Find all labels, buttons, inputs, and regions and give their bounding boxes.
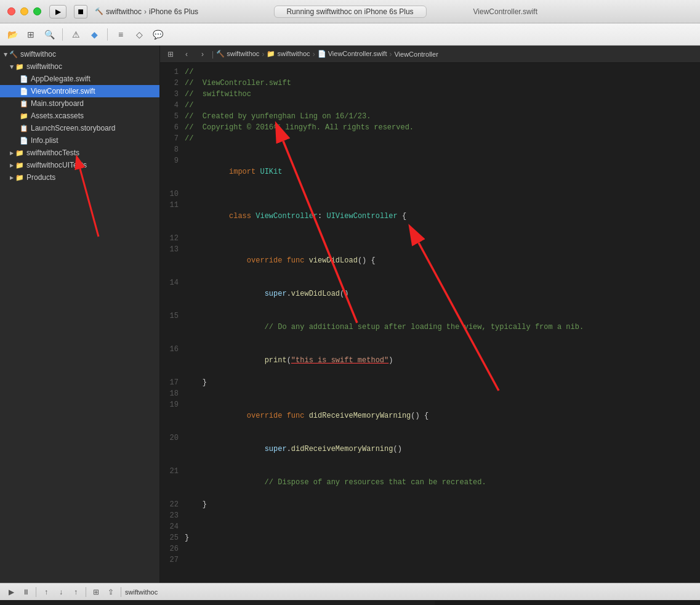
bc-item-3[interactable]: 📄 ViewController.swift: [318, 50, 387, 58]
triangle-icon: ▶: [3, 52, 9, 56]
nav-back-icon[interactable]: ‹: [180, 47, 193, 61]
sidebar-root[interactable]: ▶ 🔨 swiftwithoc: [0, 48, 159, 60]
sidebar-group1[interactable]: ▶ 📁 swiftwithoc: [0, 60, 159, 73]
output-panel: this is swift method: [0, 600, 700, 605]
sidebar-file-infoplist[interactable]: 📄 Info.plist: [0, 134, 159, 147]
sidebar-file-viewcontroller-label: ViewController.swift: [31, 87, 95, 95]
sidebar-file-assets-label: Assets.xcassets: [31, 112, 84, 120]
sidebar-products-label: Products: [26, 173, 55, 182]
search-icon[interactable]: 🔍: [42, 27, 57, 42]
group3-icon: 📁: [15, 161, 24, 169]
sidebar-file-mainstoryboard-label: Main.storyboard: [31, 99, 84, 108]
code-line-27: 27: [160, 554, 700, 566]
sidebar-group1-label: swiftwithoc: [26, 62, 62, 71]
warning-icon[interactable]: ⚠: [68, 27, 83, 42]
sidebar-file-infoplist-label: Info.plist: [31, 136, 58, 145]
toolbar-separator-1: [62, 28, 63, 41]
code-line-3: 3 // swiftwithoc: [160, 89, 700, 100]
bc-sep3: ›: [389, 50, 392, 59]
sidebar-file-appdelegate-label: AppDelegate.swift: [31, 75, 91, 83]
code-line-26: 26: [160, 543, 700, 554]
run-button[interactable]: ▶: [49, 5, 66, 18]
main-layout: ▶ 🔨 swiftwithoc ▶ 📁 swiftwithoc 📄 AppDel…: [0, 46, 700, 583]
group3-triangle: ▶: [10, 163, 14, 168]
window-title: ViewController.swift: [473, 7, 537, 16]
step-out-icon[interactable]: ↑: [70, 586, 82, 598]
top-nav-bar: ⊞ ‹ › | 🔨 swiftwithoc › 📁 swiftwithoc › …: [160, 46, 700, 63]
code-line-10: 10: [160, 189, 700, 200]
bt-sep2: [86, 587, 86, 597]
group2-icon: 📁: [15, 149, 24, 157]
code-line-23: 23: [160, 510, 700, 521]
code-line-1: 1 //: [160, 67, 700, 78]
close-button[interactable]: [7, 7, 15, 15]
sidebar-file-mainstoryboard[interactable]: 📋 Main.storyboard: [0, 97, 159, 110]
app-name: swiftwithoc: [106, 7, 142, 16]
code-line-8: 8: [160, 144, 700, 155]
pause-icon[interactable]: ⏸: [20, 586, 32, 598]
code-line-25: 25 }: [160, 532, 700, 543]
minimize-button[interactable]: [20, 7, 28, 15]
sidebar-file-launchscreen-label: LaunchScreen.storyboard: [31, 124, 115, 132]
code-line-15: 15 // Do any additional setup after load…: [160, 311, 700, 344]
folder-icon[interactable]: 📂: [5, 27, 20, 42]
code-line-21: 21 // Dispose of any resources that can …: [160, 466, 700, 499]
code-line-7: 7 //: [160, 133, 700, 144]
products-triangle: ▶: [10, 175, 14, 181]
bt-sep3: [121, 587, 121, 597]
group2-triangle: ▶: [10, 150, 14, 156]
code-line-6: 6 // Copyright © 2016年 lingyfh. All righ…: [160, 122, 700, 133]
diamond-icon[interactable]: ◇: [132, 27, 147, 42]
separator: ›: [144, 7, 147, 16]
nav-sep1: |: [212, 50, 214, 59]
grid-icon[interactable]: ⊞: [23, 27, 38, 42]
console-output: this is swift method: [435, 601, 700, 605]
list-icon[interactable]: ≡: [113, 27, 128, 42]
selected-file-icon: 📄: [20, 87, 28, 95]
swift-file-icon: 📄: [20, 75, 28, 83]
sidebar-file-assets[interactable]: 📁 Assets.xcassets: [0, 110, 159, 122]
stop-button[interactable]: ■: [74, 5, 87, 18]
sidebar-group2[interactable]: ▶ 📁 swiftwithocTests: [0, 147, 159, 159]
code-line-20: 20 super.didReceiveMemoryWarning(): [160, 432, 700, 466]
bt-sep1: [36, 587, 36, 597]
sidebar-file-viewcontroller[interactable]: 📄 ViewController.swift: [0, 85, 159, 97]
status-area: Running swiftwithoc on iPhone 6s Plus: [273, 6, 426, 18]
code-line-22: 22 }: [160, 499, 700, 510]
assets-icon: 📁: [20, 112, 28, 120]
share-icon[interactable]: ⇪: [105, 586, 117, 598]
toggle-panel-icon[interactable]: ⊞: [90, 586, 102, 598]
nav-forward-icon[interactable]: ›: [196, 47, 209, 61]
title-bar: ▶ ■ 🔨 swiftwithoc › iPhone 6s Plus Runni…: [0, 0, 700, 23]
bc-sep2: ›: [313, 50, 315, 59]
bc-item-2[interactable]: 📁 swiftwithoc: [267, 50, 310, 58]
code-line-16: 16 print("this is swift method"): [160, 344, 700, 377]
sidebar-products[interactable]: ▶ 📁 Products: [0, 171, 159, 184]
comment-icon[interactable]: 💬: [150, 27, 165, 42]
step-into-icon[interactable]: ↓: [55, 586, 67, 598]
code-line-24: 24: [160, 521, 700, 532]
grid-view-icon[interactable]: ⊞: [164, 47, 177, 61]
code-line-11: 11 class ViewController: UIViewControlle…: [160, 200, 700, 233]
sidebar-file-launchscreen[interactable]: 📋 LaunchScreen.storyboard: [0, 122, 159, 134]
sidebar-group3-label: swiftwithocUITests: [26, 161, 87, 169]
sidebar-root-label: swiftwithoc: [20, 50, 56, 59]
window-buttons: [7, 7, 41, 15]
jump-bar-icon[interactable]: ▶: [5, 586, 17, 598]
code-line-2: 2 // ViewController.swift: [160, 78, 700, 89]
step-over-icon[interactable]: ↑: [40, 586, 52, 598]
bc-sep1: ›: [262, 50, 264, 59]
status-text: Running swiftwithoc on iPhone 6s Plus: [286, 7, 413, 16]
bc-item-1[interactable]: 🔨 swiftwithoc: [216, 50, 259, 58]
group1-triangle: ▶: [9, 65, 15, 68]
breakpoint-icon[interactable]: ◆: [87, 27, 102, 42]
group1-icon: 📁: [15, 63, 24, 71]
sidebar-group3[interactable]: ▶ 📁 swiftwithocUITests: [0, 159, 159, 171]
code-line-13: 13 override func viewDidLoad() {: [160, 244, 700, 277]
bc-item-4[interactable]: ViewController: [394, 51, 438, 58]
maximize-button[interactable]: [33, 7, 41, 15]
code-editor[interactable]: 1 // 2 // ViewController.swift 3 // swif…: [160, 63, 700, 583]
app-icon: 🔨: [95, 7, 103, 15]
code-line-9: 9 import UIKit: [160, 155, 700, 189]
sidebar-file-appdelegate[interactable]: 📄 AppDelegate.swift: [0, 73, 159, 85]
